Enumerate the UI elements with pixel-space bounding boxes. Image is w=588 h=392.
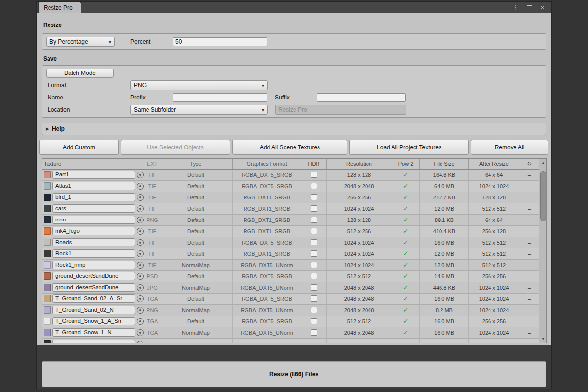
kebab-menu-icon[interactable]: ⋮ <box>512 4 518 11</box>
texture-name-field[interactable]: mk4_logo <box>52 227 135 235</box>
resize-files-button[interactable]: Resize (866) Files <box>42 361 546 387</box>
hdr-checkbox[interactable] <box>311 194 317 200</box>
texture-name-field[interactable]: T_Ground_Snow_1_N <box>52 328 135 337</box>
table-row[interactable]: T_Ground_Snow_1_A_Sm TGA Default RGBA_DX… <box>42 316 539 327</box>
object-picker-icon[interactable] <box>137 341 144 343</box>
hdr-checkbox[interactable] <box>311 295 317 302</box>
hdr-checkbox[interactable] <box>311 284 317 291</box>
texture-name-field[interactable]: ground_desertSandDune <box>52 272 135 280</box>
percent-input[interactable] <box>173 37 267 46</box>
object-picker-icon[interactable] <box>137 262 144 269</box>
scrollbar-thumb[interactable] <box>540 171 546 221</box>
object-picker-icon[interactable] <box>137 239 144 246</box>
object-picker-icon[interactable] <box>137 329 144 336</box>
col-pow2[interactable]: Pow 2 <box>392 159 420 169</box>
hdr-checkbox[interactable] <box>311 307 317 313</box>
texture-name-field[interactable]: Roads <box>52 238 135 246</box>
texture-name-field[interactable]: Atlas1 <box>52 182 135 190</box>
hdr-checkbox[interactable] <box>311 329 317 336</box>
table-row[interactable]: Part1 TIF Default RGBA_DXT5_SRGB 128 x 1… <box>42 170 539 181</box>
table-row[interactable]: cars TIF Default RGB_DXT1_SRGB 1024 x 10… <box>42 203 539 215</box>
table-row[interactable]: ground_desertSandDune JPG NormalMap RGBA… <box>42 282 539 294</box>
col-resolution[interactable]: Resolution <box>327 159 392 169</box>
object-picker-icon[interactable] <box>137 273 144 280</box>
refresh-icon: ↻ <box>527 160 532 167</box>
texture-name-field[interactable]: Part1 <box>52 171 135 179</box>
col-ext[interactable]: EXT <box>146 159 159 169</box>
table-row[interactable]: bird_1 TIF Default RGB_DXT1_SRGB 256 x 2… <box>42 192 539 203</box>
texture-name-field[interactable]: Rock1_nmp <box>52 261 135 269</box>
hdr-checkbox[interactable] <box>311 273 317 279</box>
col-file-size[interactable]: File Size <box>420 159 469 169</box>
object-picker-icon[interactable] <box>137 295 144 302</box>
table-row[interactable]: Roads TIF Default RGBA_DXT5_SRGB 1024 x … <box>42 237 539 248</box>
format-dropdown[interactable]: PNG ▾ <box>130 80 268 90</box>
table-row[interactable]: T_Ground_Sand_02_N PNG NormalMap RGBA_DX… <box>42 305 539 316</box>
col-refresh[interactable]: ↻ <box>519 159 539 169</box>
texture-name-field[interactable]: ground_desertSandDune <box>52 283 135 292</box>
close-icon[interactable]: × <box>540 4 544 11</box>
table-row[interactable]: Rock1_nmp TIF NormalMap RGBA_DXT5_UNorm … <box>42 260 539 271</box>
table-row[interactable]: icon PNG Default RGB_DXT1_SRGB 128 x 128… <box>42 215 539 226</box>
maximize-icon[interactable] <box>527 5 532 10</box>
prefix-input[interactable] <box>173 93 267 102</box>
col-texture[interactable]: Texture <box>42 159 146 169</box>
texture-name-field[interactable]: icon <box>52 216 135 224</box>
texture-name-field[interactable]: T_Ground_Sand_02_N <box>52 306 135 314</box>
hdr-checkbox[interactable] <box>311 250 317 257</box>
resize-mode-dropdown[interactable]: By Percentage ▾ <box>46 37 115 47</box>
col-hdr[interactable]: HDR <box>301 159 327 169</box>
texture-name-field[interactable]: T_Ground_Sand_02_A_Sr <box>52 294 135 303</box>
vertical-scrollbar[interactable]: ▲ ▼ <box>539 159 546 343</box>
table-row[interactable]: mk4_logo TIF Default RGB_DXT1_SRGB 512 x… <box>42 226 539 237</box>
texture-name-field[interactable]: T_Ground_Snow_1_A_Sm <box>52 317 135 325</box>
texture-name-field[interactable]: Rock1 <box>52 249 135 258</box>
cell-after-resize: 512 x 512 <box>469 203 519 214</box>
cell-after-resize: 256 x 256 <box>469 271 519 282</box>
help-foldout[interactable]: ▶ Help <box>42 122 546 135</box>
table-row[interactable]: Rock1 TIF Default RGB_DXT1_SRGB 1024 x 1… <box>42 248 539 260</box>
scroll-down-icon[interactable]: ▼ <box>539 337 547 341</box>
hdr-checkbox[interactable] <box>311 262 317 268</box>
object-picker-icon[interactable] <box>137 194 144 201</box>
object-picker-icon[interactable] <box>137 307 144 314</box>
hdr-checkbox[interactable] <box>311 228 317 234</box>
hdr-checkbox[interactable] <box>311 183 317 189</box>
col-type[interactable]: Type <box>159 159 233 169</box>
hdr-checkbox[interactable] <box>311 172 317 178</box>
object-picker-icon[interactable] <box>137 284 144 291</box>
hdr-checkbox[interactable] <box>311 318 317 324</box>
tab-resize-pro[interactable]: Resize Pro <box>38 2 81 13</box>
hdr-checkbox[interactable] <box>311 205 317 212</box>
table-row[interactable] <box>42 339 539 343</box>
texture-name-field[interactable] <box>52 340 135 343</box>
table-row[interactable]: ground_desertSandDune PSD Default RGBA_D… <box>42 271 539 282</box>
object-picker-icon[interactable] <box>137 228 144 235</box>
add-all-scene-textures-button[interactable]: Add All Scene Textures <box>232 140 347 155</box>
hdr-checkbox[interactable] <box>311 217 317 223</box>
cell-graphics-format: RGBA_DXT5_UNorm <box>233 327 301 338</box>
location-dropdown[interactable]: Same Subfolder ▾ <box>130 105 268 115</box>
batch-mode-button[interactable]: Batch Mode <box>46 69 114 78</box>
texture-name-field[interactable]: bird_1 <box>52 193 135 201</box>
col-graphics-format[interactable]: Graphics Format <box>233 159 301 169</box>
add-custom-button[interactable]: Add Custom <box>39 140 119 155</box>
table-row[interactable]: T_Ground_Snow_1_N TGA NormalMap RGBA_DXT… <box>42 327 539 339</box>
object-picker-icon[interactable] <box>137 318 144 325</box>
remove-all-button[interactable]: Remove All <box>471 140 548 155</box>
object-picker-icon[interactable] <box>137 172 144 178</box>
col-after-resize[interactable]: After Resize <box>469 159 519 169</box>
object-picker-icon[interactable] <box>137 250 144 257</box>
scroll-up-icon[interactable]: ▲ <box>539 161 547 165</box>
object-picker-icon[interactable] <box>137 183 144 190</box>
object-picker-icon[interactable] <box>137 205 144 212</box>
suffix-input[interactable] <box>317 93 406 102</box>
table-row[interactable]: Atlas1 TIF Default RGBA_DXT5_SRGB 2048 x… <box>42 181 539 192</box>
object-picker-icon[interactable] <box>137 217 144 223</box>
texture-name-field[interactable]: cars <box>52 204 135 213</box>
help-label: Help <box>52 125 65 132</box>
hdr-checkbox[interactable] <box>311 239 317 245</box>
table-row[interactable]: T_Ground_Sand_02_A_Sr TGA Default RGBA_D… <box>42 294 539 305</box>
load-all-project-textures-button[interactable]: Load All Project Textures <box>349 140 469 155</box>
cell-dash: – <box>519 316 539 327</box>
